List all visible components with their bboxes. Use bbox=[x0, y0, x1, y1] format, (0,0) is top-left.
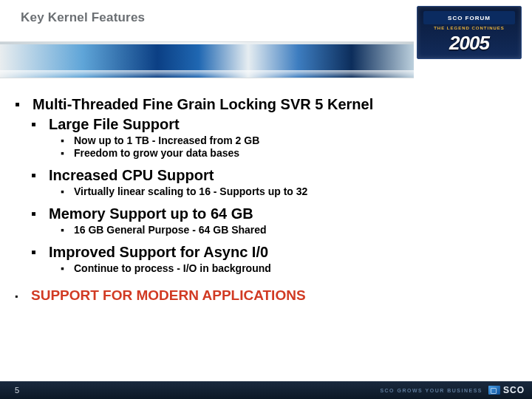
sub-bullet: ▪Freedom to grow your data bases bbox=[15, 147, 517, 159]
section-memory: ▪Memory Support up to 64 GB bbox=[15, 205, 517, 222]
sub-bullet-text: 16 GB General Purpose - 64 GB Shared bbox=[74, 224, 267, 236]
sub-bullet-text: Freedom to grow your data bases bbox=[74, 147, 239, 159]
sco-logo: SCO bbox=[488, 385, 525, 395]
content: ▪Multi-Threaded Fine Grain Locking SVR 5… bbox=[15, 96, 517, 304]
bullet-main: ▪Multi-Threaded Fine Grain Locking SVR 5… bbox=[15, 96, 517, 113]
sub-bullet-text: Now up to 1 TB - Increased from 2 GB bbox=[74, 134, 259, 146]
forum-top-text: SCO FORUM bbox=[448, 15, 491, 21]
bullet-main-text: Multi-Threaded Fine Grain Locking SVR 5 … bbox=[33, 96, 373, 113]
sub-bullet-text: Virtually linear scaling to 16 - Support… bbox=[74, 185, 307, 197]
bullet-final-text: SUPPORT FOR MODERN APPLICATIONS bbox=[31, 287, 306, 304]
sub-bullet-text: Continue to process - I/O in background bbox=[74, 262, 271, 274]
page-title: Key Kernel Features bbox=[21, 10, 145, 25]
forum-year: 2005 bbox=[417, 32, 521, 55]
sco-logo-text: SCO bbox=[503, 385, 525, 395]
page-number: 5 bbox=[15, 386, 19, 395]
forum-badge-top: SCO FORUM bbox=[423, 11, 515, 24]
section-cpu: ▪Increased CPU Support bbox=[15, 167, 517, 184]
section-title: Memory Support up to 64 GB bbox=[49, 205, 253, 222]
sco-logo-icon bbox=[488, 386, 500, 395]
footer: 5 SCO GROWS YOUR BUSINESS SCO bbox=[0, 381, 532, 399]
section-title: Large File Support bbox=[49, 116, 180, 133]
sub-bullet: ▪Continue to process - I/O in background bbox=[15, 262, 517, 274]
sub-bullet: ▪16 GB General Purpose - 64 GB Shared bbox=[15, 224, 517, 236]
sub-bullet: ▪Virtually linear scaling to 16 - Suppor… bbox=[15, 185, 517, 197]
forum-tagline: THE LEGEND CONTINUES bbox=[417, 26, 521, 30]
header-banner bbox=[0, 41, 414, 78]
section-title: Improved Support for Async I/0 bbox=[49, 244, 268, 261]
forum-badge: SCO FORUM THE LEGEND CONTINUES 2005 bbox=[417, 6, 522, 59]
sub-bullet: ▪Now up to 1 TB - Increased from 2 GB bbox=[15, 134, 517, 146]
footer-tagline: SCO GROWS YOUR BUSINESS bbox=[380, 388, 482, 393]
section-title: Increased CPU Support bbox=[49, 167, 214, 184]
footer-right: SCO GROWS YOUR BUSINESS SCO bbox=[380, 381, 525, 399]
slide: Key Kernel Features SCO FORUM THE LEGEND… bbox=[0, 0, 532, 399]
bullet-final: ▪SUPPORT FOR MODERN APPLICATIONS bbox=[15, 287, 517, 304]
section-async-io: ▪Improved Support for Async I/0 bbox=[15, 244, 517, 261]
section-large-file: ▪Large File Support bbox=[15, 116, 517, 133]
